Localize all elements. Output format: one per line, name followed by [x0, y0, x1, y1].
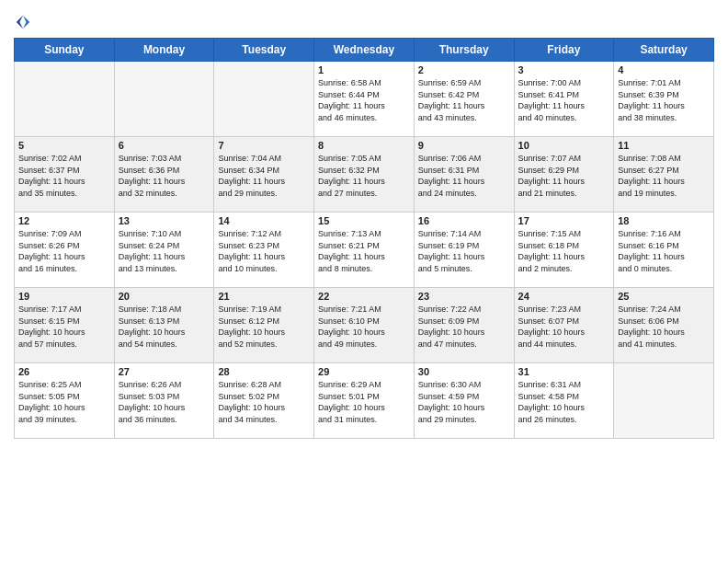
- day-info: Sunrise: 6:58 AM Sunset: 6:44 PM Dayligh…: [318, 77, 410, 123]
- day-number: 18: [618, 215, 710, 226]
- day-info: Sunrise: 7:13 AM Sunset: 6:21 PM Dayligh…: [318, 228, 410, 274]
- day-number: 5: [18, 140, 110, 151]
- week-row-3: 12Sunrise: 7:09 AM Sunset: 6:26 PM Dayli…: [15, 213, 714, 288]
- logo-icon: [15, 14, 31, 30]
- calendar-cell: 9Sunrise: 7:06 AM Sunset: 6:31 PM Daylig…: [414, 137, 514, 213]
- day-info: Sunrise: 7:17 AM Sunset: 6:15 PM Dayligh…: [18, 304, 110, 350]
- day-info: Sunrise: 7:12 AM Sunset: 6:23 PM Dayligh…: [218, 228, 310, 274]
- day-info: Sunrise: 6:29 AM Sunset: 5:01 PM Dayligh…: [318, 379, 410, 425]
- calendar-cell: [214, 62, 314, 137]
- day-number: 30: [418, 366, 510, 377]
- day-number: 9: [418, 140, 510, 151]
- day-number: 6: [119, 140, 210, 151]
- day-header-friday: Friday: [514, 39, 614, 62]
- calendar-cell: 30Sunrise: 6:30 AM Sunset: 4:59 PM Dayli…: [414, 363, 514, 439]
- calendar-cell: [614, 363, 714, 439]
- week-row-4: 19Sunrise: 7:17 AM Sunset: 6:15 PM Dayli…: [15, 288, 714, 363]
- day-number: 8: [318, 140, 410, 151]
- day-info: Sunrise: 7:06 AM Sunset: 6:31 PM Dayligh…: [418, 153, 510, 199]
- day-info: Sunrise: 7:14 AM Sunset: 6:19 PM Dayligh…: [418, 228, 510, 274]
- calendar-cell: [114, 62, 214, 137]
- day-number: 24: [518, 291, 610, 302]
- calendar-cell: 14Sunrise: 7:12 AM Sunset: 6:23 PM Dayli…: [214, 213, 314, 288]
- day-number: 3: [518, 64, 610, 75]
- day-number: 25: [618, 291, 710, 302]
- calendar-cell: 4Sunrise: 7:01 AM Sunset: 6:39 PM Daylig…: [614, 62, 714, 137]
- day-info: Sunrise: 7:03 AM Sunset: 6:36 PM Dayligh…: [119, 153, 210, 199]
- day-info: Sunrise: 7:24 AM Sunset: 6:06 PM Dayligh…: [618, 304, 710, 350]
- day-info: Sunrise: 7:07 AM Sunset: 6:29 PM Dayligh…: [518, 153, 610, 199]
- day-header-monday: Monday: [114, 39, 214, 62]
- svg-marker-0: [23, 16, 29, 29]
- logo: [14, 14, 31, 30]
- calendar-cell: 12Sunrise: 7:09 AM Sunset: 6:26 PM Dayli…: [15, 213, 115, 288]
- day-info: Sunrise: 6:30 AM Sunset: 4:59 PM Dayligh…: [418, 379, 510, 425]
- calendar-cell: 19Sunrise: 7:17 AM Sunset: 6:15 PM Dayli…: [15, 288, 115, 363]
- day-number: 1: [318, 64, 410, 75]
- day-number: 23: [418, 291, 510, 302]
- day-header-sunday: Sunday: [15, 39, 115, 62]
- day-number: 21: [218, 291, 310, 302]
- calendar-cell: 17Sunrise: 7:15 AM Sunset: 6:18 PM Dayli…: [514, 213, 614, 288]
- calendar-cell: 7Sunrise: 7:04 AM Sunset: 6:34 PM Daylig…: [214, 137, 314, 213]
- day-header-wednesday: Wednesday: [314, 39, 415, 62]
- calendar-cell: 23Sunrise: 7:22 AM Sunset: 6:09 PM Dayli…: [414, 288, 514, 363]
- week-row-2: 5Sunrise: 7:02 AM Sunset: 6:37 PM Daylig…: [15, 137, 714, 213]
- calendar-cell: 24Sunrise: 7:23 AM Sunset: 6:07 PM Dayli…: [514, 288, 614, 363]
- day-info: Sunrise: 6:26 AM Sunset: 5:03 PM Dayligh…: [119, 379, 210, 425]
- day-number: 22: [318, 291, 410, 302]
- day-info: Sunrise: 7:00 AM Sunset: 6:41 PM Dayligh…: [518, 77, 610, 123]
- day-number: 10: [518, 140, 610, 151]
- calendar-cell: 8Sunrise: 7:05 AM Sunset: 6:32 PM Daylig…: [314, 137, 415, 213]
- day-number: 26: [18, 366, 110, 377]
- day-info: Sunrise: 7:18 AM Sunset: 6:13 PM Dayligh…: [119, 304, 210, 350]
- day-number: 17: [518, 215, 610, 226]
- header: [14, 9, 714, 30]
- day-header-saturday: Saturday: [614, 39, 714, 62]
- day-number: 16: [418, 215, 510, 226]
- day-number: 11: [618, 140, 710, 151]
- day-info: Sunrise: 7:15 AM Sunset: 6:18 PM Dayligh…: [518, 228, 610, 274]
- day-info: Sunrise: 7:19 AM Sunset: 6:12 PM Dayligh…: [218, 304, 310, 350]
- calendar-cell: 28Sunrise: 6:28 AM Sunset: 5:02 PM Dayli…: [214, 363, 314, 439]
- calendar-cell: 10Sunrise: 7:07 AM Sunset: 6:29 PM Dayli…: [514, 137, 614, 213]
- calendar-cell: 13Sunrise: 7:10 AM Sunset: 6:24 PM Dayli…: [114, 213, 214, 288]
- calendar-cell: 27Sunrise: 6:26 AM Sunset: 5:03 PM Dayli…: [114, 363, 214, 439]
- calendar-cell: 21Sunrise: 7:19 AM Sunset: 6:12 PM Dayli…: [214, 288, 314, 363]
- day-number: 12: [18, 215, 110, 226]
- page: SundayMondayTuesdayWednesdayThursdayFrid…: [0, 0, 728, 563]
- day-info: Sunrise: 7:01 AM Sunset: 6:39 PM Dayligh…: [618, 77, 710, 123]
- calendar-cell: 3Sunrise: 7:00 AM Sunset: 6:41 PM Daylig…: [514, 62, 614, 137]
- day-number: 20: [119, 291, 210, 302]
- day-info: Sunrise: 6:28 AM Sunset: 5:02 PM Dayligh…: [218, 379, 310, 425]
- week-row-5: 26Sunrise: 6:25 AM Sunset: 5:05 PM Dayli…: [15, 363, 714, 439]
- day-info: Sunrise: 7:10 AM Sunset: 6:24 PM Dayligh…: [119, 228, 210, 274]
- day-number: 27: [119, 366, 210, 377]
- day-header-thursday: Thursday: [414, 39, 514, 62]
- day-info: Sunrise: 6:25 AM Sunset: 5:05 PM Dayligh…: [18, 379, 110, 425]
- day-info: Sunrise: 7:02 AM Sunset: 6:37 PM Dayligh…: [18, 153, 110, 199]
- day-header-tuesday: Tuesday: [214, 39, 314, 62]
- day-number: 28: [218, 366, 310, 377]
- day-info: Sunrise: 7:22 AM Sunset: 6:09 PM Dayligh…: [418, 304, 510, 350]
- week-row-1: 1Sunrise: 6:58 AM Sunset: 6:44 PM Daylig…: [15, 62, 714, 137]
- calendar: SundayMondayTuesdayWednesdayThursdayFrid…: [14, 38, 714, 439]
- day-number: 31: [518, 366, 610, 377]
- day-number: 29: [318, 366, 410, 377]
- day-number: 15: [318, 215, 410, 226]
- calendar-cell: 1Sunrise: 6:58 AM Sunset: 6:44 PM Daylig…: [314, 62, 415, 137]
- day-info: Sunrise: 7:04 AM Sunset: 6:34 PM Dayligh…: [218, 153, 310, 199]
- day-info: Sunrise: 7:08 AM Sunset: 6:27 PM Dayligh…: [618, 153, 710, 199]
- calendar-header-row: SundayMondayTuesdayWednesdayThursdayFrid…: [15, 39, 714, 62]
- calendar-cell: 31Sunrise: 6:31 AM Sunset: 4:58 PM Dayli…: [514, 363, 614, 439]
- day-info: Sunrise: 7:23 AM Sunset: 6:07 PM Dayligh…: [518, 304, 610, 350]
- calendar-cell: 16Sunrise: 7:14 AM Sunset: 6:19 PM Dayli…: [414, 213, 514, 288]
- calendar-cell: 11Sunrise: 7:08 AM Sunset: 6:27 PM Dayli…: [614, 137, 714, 213]
- day-info: Sunrise: 7:05 AM Sunset: 6:32 PM Dayligh…: [318, 153, 410, 199]
- svg-marker-1: [17, 16, 23, 29]
- calendar-cell: 20Sunrise: 7:18 AM Sunset: 6:13 PM Dayli…: [114, 288, 214, 363]
- day-info: Sunrise: 6:31 AM Sunset: 4:58 PM Dayligh…: [518, 379, 610, 425]
- calendar-cell: 18Sunrise: 7:16 AM Sunset: 6:16 PM Dayli…: [614, 213, 714, 288]
- day-info: Sunrise: 7:16 AM Sunset: 6:16 PM Dayligh…: [618, 228, 710, 274]
- day-number: 14: [218, 215, 310, 226]
